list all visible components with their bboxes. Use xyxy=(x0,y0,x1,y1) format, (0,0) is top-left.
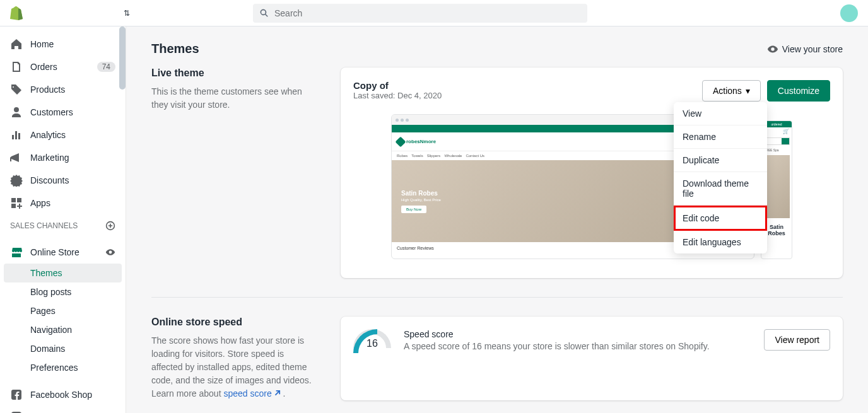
orders-icon xyxy=(10,61,23,73)
store-selector-icon[interactable]: ⇅ xyxy=(124,9,130,18)
speed-heading: Online store speed xyxy=(151,317,315,328)
nav-apps[interactable]: Apps xyxy=(0,192,126,214)
nav-label: Marketing xyxy=(30,153,69,163)
nav-facebook-shop[interactable]: Facebook Shop xyxy=(0,383,126,406)
view-report-button[interactable]: View report xyxy=(764,329,830,351)
nav-customers[interactable]: Customers xyxy=(0,101,126,124)
nav-label: Orders xyxy=(30,62,57,72)
nav-label: Products xyxy=(30,84,65,95)
sidebar: Home Orders 74 Products Customers Analyt… xyxy=(0,26,126,413)
section-label: SALES CHANNELS xyxy=(10,221,78,230)
nav-label: Online Store xyxy=(30,247,79,257)
page-title: Themes xyxy=(151,42,199,56)
store-icon xyxy=(10,246,23,259)
home-icon xyxy=(10,38,23,50)
eye-icon[interactable] xyxy=(105,247,115,257)
dropdown-download[interactable]: Download theme file xyxy=(674,172,767,206)
nav-online-store[interactable]: Online Store xyxy=(0,241,126,264)
speed-card: 16 Speed score A speed score of 16 means… xyxy=(341,317,843,400)
actions-button[interactable]: Actions ▾ xyxy=(702,80,761,102)
live-theme-heading: Live theme xyxy=(151,67,315,79)
search-placeholder: Search xyxy=(274,8,302,18)
preview-hero-title: Satin Robes xyxy=(401,190,441,197)
nav-label: Discounts xyxy=(30,175,69,185)
search-icon xyxy=(259,8,269,18)
view-store-link[interactable]: View your store xyxy=(767,44,843,55)
analytics-icon xyxy=(10,129,23,141)
live-theme-description: This is the theme customers see when the… xyxy=(151,85,315,112)
main-content: Start a capture Themes View your store L… xyxy=(126,26,868,413)
speed-description: The score shows how fast your store is l… xyxy=(151,334,315,400)
view-store-label: View your store xyxy=(782,44,843,54)
caret-down-icon: ▾ xyxy=(746,86,750,96)
preview-hero-btn: Buy Now xyxy=(401,206,426,213)
nav-themes[interactable]: Themes xyxy=(4,264,122,282)
nav-analytics[interactable]: Analytics xyxy=(0,124,126,146)
nav-home[interactable]: Home xyxy=(0,33,126,55)
last-saved: Last saved: Dec 4, 2020 xyxy=(353,91,442,100)
dropdown-duplicate[interactable]: Duplicate xyxy=(674,149,767,172)
search-input[interactable]: Search xyxy=(253,4,587,23)
orders-badge: 74 xyxy=(97,62,115,72)
nav-pages[interactable]: Pages xyxy=(0,301,126,320)
actions-dropdown: View Rename Duplicate Download theme fil… xyxy=(674,102,767,253)
theme-card: Copy of Last saved: Dec 4, 2020 Actions … xyxy=(341,67,843,278)
add-channel-icon[interactable] xyxy=(105,221,115,231)
theme-name: Copy of xyxy=(353,80,442,91)
speed-score-link[interactable]: speed score xyxy=(223,388,280,398)
shopify-logo[interactable] xyxy=(10,6,23,20)
speed-score-value: 16 xyxy=(353,338,391,349)
preview-hero-sub: High Quality, Best Price xyxy=(401,198,441,202)
dropdown-view[interactable]: View xyxy=(674,102,767,125)
dropdown-rename[interactable]: Rename xyxy=(674,125,767,149)
nav-orders[interactable]: Orders 74 xyxy=(0,55,126,78)
sales-channels-header: SALES CHANNELS xyxy=(0,214,126,235)
apps-icon xyxy=(10,197,23,209)
nav-navigation[interactable]: Navigation xyxy=(0,320,126,339)
customize-button[interactable]: Customize xyxy=(767,80,830,102)
nav-label: Facebook Shop xyxy=(30,390,92,400)
eye-icon xyxy=(767,44,778,55)
nav-discounts[interactable]: Discounts xyxy=(0,169,126,192)
nav-domains[interactable]: Domains xyxy=(0,339,126,358)
megaphone-icon xyxy=(10,151,23,164)
actions-label: Actions xyxy=(713,86,742,96)
nav-label: Customers xyxy=(30,107,73,117)
divider xyxy=(151,297,843,298)
nav-label: Home xyxy=(30,39,54,49)
speed-score-desc: A speed score of 16 means your store is … xyxy=(404,340,710,353)
nav-marketing[interactable]: Marketing xyxy=(0,146,126,169)
person-icon xyxy=(10,106,23,119)
nav-blog-posts[interactable]: Blog posts xyxy=(0,282,126,301)
external-link-icon xyxy=(274,390,281,397)
nav-preferences[interactable]: Preferences xyxy=(0,358,126,377)
discount-icon xyxy=(10,174,23,187)
dropdown-edit-code[interactable]: Edit code xyxy=(674,206,767,231)
speed-gauge: 16 xyxy=(353,329,391,354)
facebook-icon xyxy=(10,388,23,401)
tag-icon xyxy=(10,83,23,96)
speed-score-title: Speed score xyxy=(404,329,710,339)
preview-brand: robesNmore xyxy=(406,139,436,144)
dropdown-edit-languages[interactable]: Edit languages xyxy=(674,231,767,253)
nav-label: Analytics xyxy=(30,130,66,140)
nav-instagram[interactable]: Instagram xyxy=(0,406,126,413)
nav-products[interactable]: Products xyxy=(0,78,126,101)
avatar[interactable] xyxy=(840,4,858,22)
nav-label: Apps xyxy=(30,198,50,208)
